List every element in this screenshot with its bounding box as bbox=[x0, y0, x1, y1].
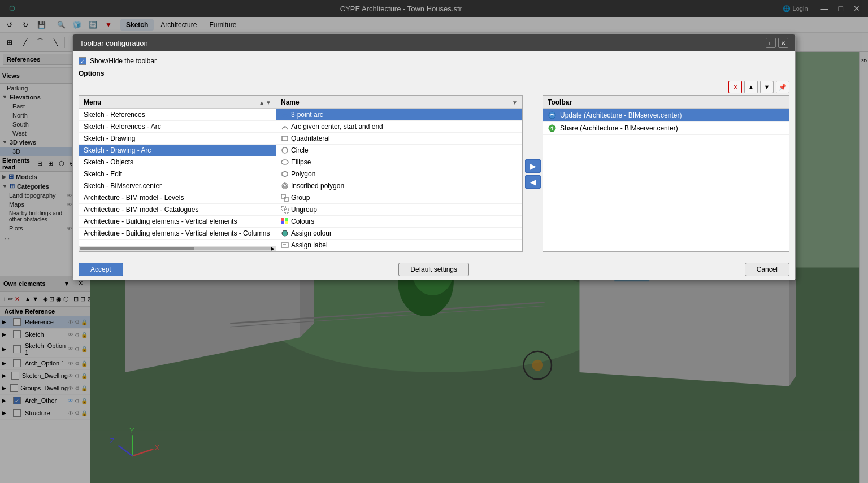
dialog-menu-list[interactable]: Sketch - References Sketch - References … bbox=[79, 109, 276, 246]
share-icon bbox=[548, 124, 557, 133]
arc-center-icon bbox=[281, 123, 289, 130]
toolbar-col-label: Toolbar bbox=[548, 98, 572, 106]
svg-rect-48 bbox=[281, 243, 288, 247]
menu-item-6[interactable]: Sketch - BIMserver.center bbox=[79, 180, 276, 192]
dialog-name-col: Name ▼ 3-point arc Arc given center, sta… bbox=[276, 95, 523, 252]
svg-rect-45 bbox=[281, 221, 284, 224]
ellipse-icon bbox=[281, 158, 289, 166]
name-item-0[interactable]: 3-point arc bbox=[276, 109, 522, 121]
svg-rect-43 bbox=[281, 218, 284, 221]
name-item-8[interactable]: Ungroup bbox=[276, 204, 522, 216]
name-item-1[interactable]: Arc given center, start and end bbox=[276, 121, 522, 133]
dialog-columns: Menu ▲ ▼ Sketch - References Sketch - Re… bbox=[79, 95, 789, 252]
cancel-button[interactable]: Cancel bbox=[745, 263, 789, 276]
show-hide-toolbar-row: ✓ Show/Hide the toolbar bbox=[79, 57, 789, 65]
dialog-title-controls: □ ✕ bbox=[766, 38, 788, 48]
dialog-title-bar: Toolbar configuration □ ✕ bbox=[73, 34, 795, 51]
svg-rect-42 bbox=[284, 209, 288, 213]
name-item-11[interactable]: Assign label bbox=[276, 240, 522, 251]
dialog-maximize-btn[interactable]: □ bbox=[766, 38, 776, 48]
toolbar-item-1[interactable]: Share (Architecture - BIMserver.center) bbox=[543, 122, 789, 135]
svg-rect-33 bbox=[282, 136, 288, 141]
name-item-9[interactable]: Colours bbox=[276, 216, 522, 228]
svg-point-47 bbox=[282, 230, 288, 236]
dialog-pin-btn[interactable]: 📌 bbox=[776, 81, 789, 93]
menu-h-scrollbar[interactable]: ▶ bbox=[79, 246, 276, 251]
dialog-close-btn[interactable]: ✕ bbox=[778, 38, 788, 48]
show-hide-label: Show/Hide the toolbar bbox=[90, 57, 157, 65]
dialog-title: Toolbar configuration bbox=[80, 39, 148, 47]
options-label: Options bbox=[79, 69, 789, 77]
update-icon bbox=[548, 111, 557, 120]
dialog-menu-col: Menu ▲ ▼ Sketch - References Sketch - Re… bbox=[79, 95, 276, 252]
toolbar-item-1-label: Share (Architecture - BIMserver.center) bbox=[560, 124, 678, 132]
toolbar-config-dialog: Toolbar configuration □ ✕ ✓ Show/Hide th… bbox=[72, 34, 796, 280]
svg-point-50 bbox=[549, 112, 555, 119]
menu-item-7[interactable]: Architecture - BIM model - Levels bbox=[79, 192, 276, 204]
dialog-down-btn[interactable]: ▼ bbox=[760, 81, 774, 93]
dialog-toolbar-col: Toolbar Update (Architecture - BIMserver… bbox=[543, 95, 789, 252]
dialog-name-header: Name ▼ bbox=[276, 96, 522, 109]
arrow-right-btn[interactable]: ▶ bbox=[525, 159, 541, 173]
name-item-6[interactable]: Inscribed polygon bbox=[276, 180, 522, 192]
svg-point-32 bbox=[284, 127, 285, 128]
dialog-name-list[interactable]: 3-point arc Arc given center, start and … bbox=[276, 109, 522, 251]
svg-point-34 bbox=[282, 147, 288, 153]
dialog-top-toolbar: ✕ ▲ ▼ 📌 bbox=[79, 81, 789, 93]
name-item-4[interactable]: Ellipse bbox=[276, 156, 522, 168]
name-item-3[interactable]: Circle bbox=[276, 145, 522, 156]
menu-item-5[interactable]: Sketch - Edit bbox=[79, 168, 276, 180]
toolbar-item-0-label: Update (Architecture - BIMserver.center) bbox=[560, 111, 682, 119]
menu-item-1[interactable]: Sketch - References - Arc bbox=[79, 121, 276, 133]
menu-item-8[interactable]: Architecture - BIM model - Catalogues bbox=[79, 204, 276, 216]
svg-marker-36 bbox=[282, 171, 288, 177]
svg-rect-46 bbox=[285, 221, 288, 224]
ungroup-icon bbox=[281, 206, 289, 214]
menu-item-4[interactable]: Sketch - Objects bbox=[79, 156, 276, 168]
name-item-10[interactable]: Assign colour bbox=[276, 228, 522, 240]
polygon-icon bbox=[281, 170, 289, 178]
name-item-7[interactable]: Group bbox=[276, 192, 522, 204]
dialog-footer: Accept Default settings Cancel bbox=[73, 258, 795, 280]
svg-rect-40 bbox=[284, 197, 288, 201]
menu-scroll-up[interactable]: ▲ bbox=[259, 99, 264, 106]
svg-rect-39 bbox=[281, 194, 285, 198]
show-hide-checkbox[interactable]: ✓ bbox=[79, 57, 86, 65]
svg-point-51 bbox=[549, 125, 555, 132]
menu-scroll-down[interactable]: ▼ bbox=[266, 99, 271, 106]
inscribed-icon bbox=[281, 182, 289, 190]
dialog-delete-btn[interactable]: ✕ bbox=[728, 81, 742, 93]
name-item-5[interactable]: Polygon bbox=[276, 168, 522, 180]
toolbar-item-0[interactable]: Update (Architecture - BIMserver.center) bbox=[543, 109, 789, 122]
dialog-toolbar-header: Toolbar bbox=[543, 96, 789, 109]
dialog-overlay: Toolbar configuration □ ✕ ✓ Show/Hide th… bbox=[0, 0, 868, 483]
menu-item-0[interactable]: Sketch - References bbox=[79, 109, 276, 121]
dialog-arrow-col: ▶ ◀ bbox=[523, 95, 543, 252]
assign-colour-icon bbox=[281, 229, 289, 237]
menu-item-3[interactable]: Sketch - Drawing - Arc bbox=[79, 145, 276, 156]
default-settings-button[interactable]: Default settings bbox=[398, 263, 469, 276]
arrow-left-btn[interactable]: ◀ bbox=[525, 175, 541, 189]
name-scroll-btn[interactable]: ▼ bbox=[512, 99, 518, 106]
assign-label-icon bbox=[281, 241, 289, 249]
dialog-menu-header: Menu ▲ ▼ bbox=[79, 96, 276, 109]
menu-item-9[interactable]: Architecture - Building elements - Verti… bbox=[79, 216, 276, 228]
name-col-label: Name bbox=[281, 98, 300, 106]
svg-rect-41 bbox=[281, 206, 285, 210]
menu-col-label: Menu bbox=[84, 98, 101, 106]
colours-icon bbox=[281, 217, 289, 225]
menu-item-10[interactable]: Architecture - Building elements - Verti… bbox=[79, 228, 276, 240]
group-icon bbox=[281, 194, 289, 202]
svg-point-35 bbox=[281, 160, 288, 164]
name-item-2[interactable]: Quadrilateral bbox=[276, 133, 522, 145]
accept-button[interactable]: Accept bbox=[79, 263, 123, 276]
quad-icon bbox=[281, 134, 289, 142]
dialog-body: ✓ Show/Hide the toolbar Options ✕ ▲ ▼ 📌 … bbox=[73, 51, 795, 258]
circle-icon bbox=[281, 146, 289, 154]
dialog-up-btn[interactable]: ▲ bbox=[744, 81, 758, 93]
menu-item-2[interactable]: Sketch - Drawing bbox=[79, 133, 276, 145]
svg-rect-44 bbox=[285, 218, 288, 221]
h-scroll-right[interactable]: ▶ bbox=[271, 246, 275, 251]
arc3-icon bbox=[281, 111, 289, 119]
